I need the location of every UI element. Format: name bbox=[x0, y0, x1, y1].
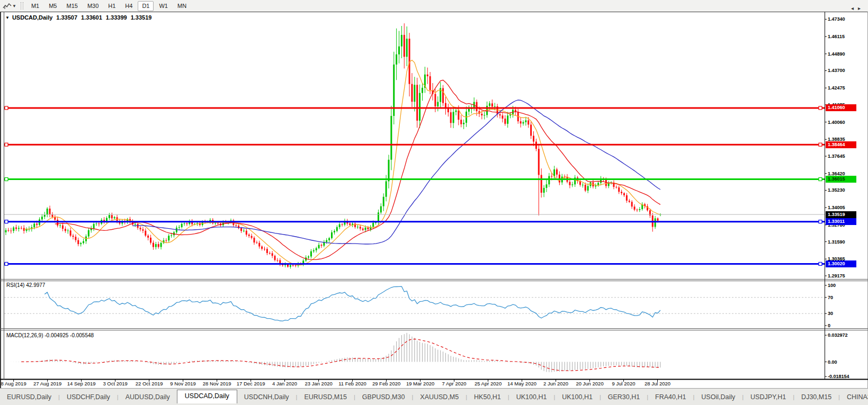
chart-tab-usdchf-daily[interactable]: USDCHF,Daily bbox=[60, 392, 117, 402]
symbol-period-label: USDCAD,Daily bbox=[12, 14, 52, 21]
date-tick-label: 20 Jun 2020 bbox=[576, 381, 603, 386]
chart-title: ▼USDCAD,Daily1.335071.336011.333991.3351… bbox=[5, 14, 151, 21]
rsi-label: RSI(14) 42.9977 bbox=[6, 282, 45, 288]
date-tick-label: 11 Feb 2020 bbox=[338, 381, 366, 386]
price-tick-label: 1.46115 bbox=[828, 34, 845, 40]
price-tick-label: 1.40060 bbox=[828, 120, 845, 125]
chart-tab-usdjpy-h1[interactable]: USDJPY,H1 bbox=[744, 392, 793, 402]
date-tick-label: 29 Feb 2020 bbox=[372, 381, 400, 386]
rsi-scale-label: 100 bbox=[828, 283, 836, 289]
ohlc-open: 1.33507 bbox=[56, 14, 77, 21]
macd-scale-label: -0.018154 bbox=[828, 374, 849, 380]
tab-scroll-left-icon[interactable]: ◂ bbox=[851, 5, 858, 11]
chart-tab-usoil-daily[interactable]: USOil,Daily bbox=[694, 392, 742, 402]
rsi-scale-label: 0 bbox=[828, 323, 830, 329]
price-tick-label: 1.34005 bbox=[828, 205, 845, 211]
chart-tab-usdcad-daily[interactable]: USDCAD,Daily bbox=[177, 390, 237, 403]
price-tick-label: 1.35230 bbox=[828, 187, 845, 193]
date-tick-label: 7 Apr 2020 bbox=[442, 381, 467, 386]
date-tick-label: 9 Jul 2020 bbox=[612, 381, 636, 386]
macd-label: MACD(12,26,9) -0.004925 -0.005548 bbox=[6, 332, 94, 338]
date-tick-label: 27 Aug 2019 bbox=[33, 381, 61, 386]
ohlc-high: 1.33601 bbox=[81, 14, 102, 21]
chart-tab-xauusd-m5[interactable]: XAUUSD,M5 bbox=[413, 392, 466, 402]
macd-scale-label: 0.00 bbox=[828, 359, 837, 365]
chart-canvas[interactable] bbox=[0, 0, 868, 405]
chart-tab-gbpusd-m30[interactable]: GBPUSD,M30 bbox=[355, 392, 412, 402]
date-tick-label: 14 May 2020 bbox=[507, 381, 536, 386]
hline-price-tag[interactable]: 1.41060 bbox=[826, 104, 856, 111]
hline-price-tag[interactable]: 1.36015 bbox=[826, 176, 856, 183]
price-tick-label: 1.44890 bbox=[828, 51, 845, 57]
date-tick-label: 14 Sep 2019 bbox=[67, 381, 96, 386]
ohlc-close: 1.33519 bbox=[131, 14, 152, 21]
price-tick-label: 1.47340 bbox=[828, 16, 845, 22]
date-tick-label: 2 Jun 2020 bbox=[543, 381, 568, 386]
price-tick-label: 1.31590 bbox=[828, 239, 845, 245]
date-tick-label: 23 Jan 2020 bbox=[305, 381, 332, 386]
chart-tab-china300-h4[interactable]: CHINA300,H4 bbox=[840, 392, 868, 402]
price-tick-label: 1.43700 bbox=[828, 68, 845, 74]
mt4-terminal: ▼ M1M5M15M30H1H4D1W1MN ▼USDCAD,Daily1.33… bbox=[0, 0, 868, 405]
date-tick-label: 19 Mar 2020 bbox=[406, 381, 434, 386]
macd-scale-label: 0.032972 bbox=[828, 332, 848, 338]
chart-tab-uk100-h1[interactable]: UK100,H1 bbox=[555, 392, 599, 402]
date-tick-label: 17 Dec 2019 bbox=[237, 381, 265, 386]
current-price-tag: 1.33519 bbox=[826, 211, 856, 218]
date-tick-label: 8 Aug 2019 bbox=[1, 381, 26, 386]
chart-tab-eurusd-daily[interactable]: EURUSD,Daily bbox=[0, 392, 58, 402]
ohlc-low: 1.33399 bbox=[106, 14, 127, 21]
date-tick-label: 9 Nov 2019 bbox=[170, 381, 196, 386]
price-tick-label: 1.42475 bbox=[828, 85, 845, 91]
price-tick-label: 1.37645 bbox=[828, 154, 845, 159]
date-tick-label: 28 Nov 2019 bbox=[203, 381, 231, 386]
chart-tab-dj30-m15[interactable]: DJ30,M15 bbox=[794, 392, 838, 402]
chart-tab-usdcnh-daily[interactable]: USDCNH,Daily bbox=[237, 392, 296, 402]
date-tick-label: 3 Oct 2019 bbox=[103, 381, 127, 386]
rsi-scale-label: 70 bbox=[828, 295, 833, 301]
price-tick-label: 1.29175 bbox=[828, 273, 845, 279]
date-tick-label: 4 Jan 2020 bbox=[272, 381, 297, 386]
tab-scroll-arrows: ◂▸ bbox=[851, 5, 865, 11]
chart-tab-hk50-h1[interactable]: HK50,H1 bbox=[467, 392, 508, 402]
hline-price-tag[interactable]: 1.38464 bbox=[826, 141, 856, 148]
chart-tab-ger30-h1[interactable]: GER30,H1 bbox=[601, 392, 647, 402]
tab-scroll-right-icon[interactable]: ▸ bbox=[858, 5, 865, 11]
hline-price-tag[interactable]: 1.30020 bbox=[826, 260, 856, 267]
date-tick-label: 22 Oct 2019 bbox=[136, 381, 163, 386]
chart-tab-eurusd-m15[interactable]: EURUSD,M15 bbox=[297, 392, 354, 402]
rsi-scale-label: 30 bbox=[828, 311, 833, 317]
chart-tab-bar: EURUSD,Daily|USDCHF,Daily|AUDUSD,DailyUS… bbox=[0, 388, 868, 405]
hline-price-tag[interactable]: 1.33011 bbox=[826, 218, 856, 225]
chart-tab-fra40-h1[interactable]: FRA40,H1 bbox=[648, 392, 693, 402]
chart-tab-uk100-h1[interactable]: UK100,H1 bbox=[509, 392, 554, 402]
chart-tab-audusd-daily[interactable]: AUDUSD,Daily bbox=[119, 392, 177, 402]
date-tick-label: 25 Apr 2020 bbox=[475, 381, 502, 386]
date-tick-label: 28 Jul 2020 bbox=[645, 381, 670, 386]
objects-collapse-icon[interactable]: ▼ bbox=[5, 15, 10, 20]
